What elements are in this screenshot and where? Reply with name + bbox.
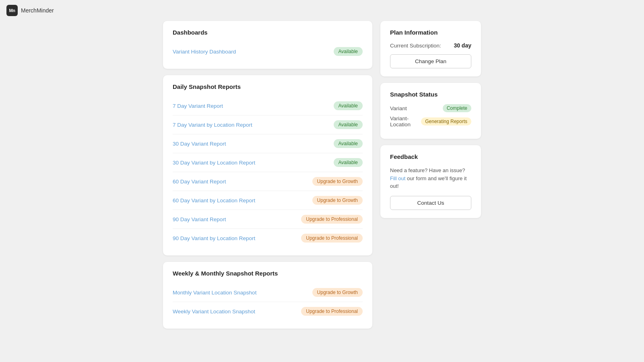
daily-link-0[interactable]: 7 Day Variant Report [173, 103, 223, 109]
wm-badge-1: Upgrade to Professional [301, 307, 363, 316]
snapshot-label-1: Variant-Location [390, 115, 421, 128]
snapshot-badge-1: Generating Reports [421, 117, 471, 125]
app-name: MerchMinder [21, 7, 54, 14]
daily-badge-1: Available [334, 120, 363, 129]
daily-badge-5: Upgrade to Growth [312, 196, 363, 205]
plan-info-card: Plan Information Current Subscription: 3… [380, 21, 481, 76]
right-column: Plan Information Current Subscription: 3… [380, 21, 481, 329]
daily-link-2[interactable]: 30 Day Variant Report [173, 141, 226, 147]
dashboard-link-0[interactable]: Variant History Dashboard [173, 49, 236, 55]
dashboards-card: Dashboards Variant History Dashboard Ava… [163, 21, 372, 69]
weekly-monthly-card: Weekly & Monthly Snapshot Reports Monthl… [163, 262, 372, 329]
weekly-monthly-title: Weekly & Monthly Snapshot Reports [173, 270, 363, 277]
feedback-text: Need a feature? Have an issue? Fill out … [390, 167, 471, 190]
daily-row-4: 60 Day Variant Report Upgrade to Growth [173, 172, 363, 191]
daily-link-1[interactable]: 7 Day Variant by Location Report [173, 122, 252, 128]
dashboards-title: Dashboards [173, 29, 363, 36]
wm-badge-0: Upgrade to Growth [312, 288, 363, 297]
plan-info-title: Plan Information [390, 29, 471, 36]
wm-row-0: Monthly Variant Location Snapshot Upgrad… [173, 283, 363, 302]
daily-row-1: 7 Day Variant by Location Report Availab… [173, 115, 363, 134]
daily-badge-6: Upgrade to Professional [301, 215, 363, 224]
plan-subscription-row: Current Subscription: 30 day [390, 42, 471, 49]
plan-subscription-label: Current Subscription: [390, 43, 441, 49]
daily-row-6: 90 Day Variant Report Upgrade to Profess… [173, 210, 363, 229]
daily-row-0: 7 Day Variant Report Available [173, 97, 363, 115]
daily-link-3[interactable]: 30 Day Variant by Location Report [173, 160, 255, 166]
snapshot-status-title: Snapshot Status [390, 91, 471, 98]
daily-link-7[interactable]: 90 Day Variant by Location Report [173, 235, 255, 241]
app-logo: Mn [6, 5, 18, 16]
left-column: Dashboards Variant History Dashboard Ava… [163, 21, 372, 329]
daily-snapshot-card: Daily Snapshot Reports 7 Day Variant Rep… [163, 75, 372, 255]
daily-link-6[interactable]: 90 Day Variant Report [173, 216, 226, 222]
feedback-title: Feedback [390, 153, 471, 160]
wm-link-0[interactable]: Monthly Variant Location Snapshot [173, 290, 256, 296]
wm-link-1[interactable]: Weekly Variant Location Snapshot [173, 309, 255, 315]
contact-us-button[interactable]: Contact Us [390, 196, 471, 210]
main-layout: Dashboards Variant History Dashboard Ava… [0, 21, 644, 345]
daily-badge-4: Upgrade to Growth [312, 177, 363, 186]
daily-badge-0: Available [334, 101, 363, 110]
plan-subscription-value: 30 day [454, 42, 471, 49]
daily-badge-3: Available [334, 158, 363, 167]
snapshot-badge-0: Complete [443, 104, 471, 112]
dashboard-row-0: Variant History Dashboard Available [173, 42, 363, 61]
feedback-card: Feedback Need a feature? Have an issue? … [380, 145, 481, 218]
daily-row-7: 90 Day Variant by Location Report Upgrad… [173, 229, 363, 247]
daily-row-3: 30 Day Variant by Location Report Availa… [173, 153, 363, 172]
daily-link-5[interactable]: 60 Day Variant by Location Report [173, 197, 255, 204]
daily-badge-2: Available [334, 139, 363, 148]
snapshot-row-0: Variant Complete [390, 104, 471, 112]
daily-row-2: 30 Day Variant Report Available [173, 134, 363, 153]
feedback-link-text[interactable]: Fill out [390, 175, 405, 181]
daily-row-5: 60 Day Variant by Location Report Upgrad… [173, 191, 363, 210]
daily-link-4[interactable]: 60 Day Variant Report [173, 179, 226, 185]
snapshot-row-1: Variant-Location Generating Reports [390, 115, 471, 128]
snapshot-status-card: Snapshot Status Variant Complete Variant… [380, 83, 481, 139]
snapshot-label-0: Variant [390, 105, 407, 111]
app-header: Mn MerchMinder [0, 0, 644, 21]
wm-row-1: Weekly Variant Location Snapshot Upgrade… [173, 302, 363, 321]
daily-snapshot-title: Daily Snapshot Reports [173, 83, 363, 90]
dashboard-badge-0: Available [334, 47, 363, 56]
daily-badge-7: Upgrade to Professional [301, 234, 363, 243]
change-plan-button[interactable]: Change Plan [390, 54, 471, 68]
